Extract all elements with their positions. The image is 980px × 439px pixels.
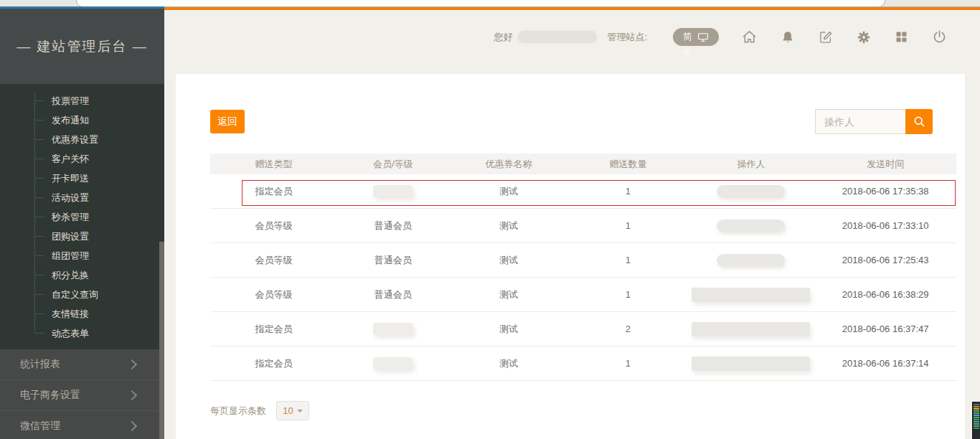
chevron-right-icon bbox=[127, 359, 137, 369]
main-panel: 返回 赠送类型会员/等级优惠券名称赠送数量操作人发送时间 指定会员测试12018… bbox=[176, 74, 965, 439]
cell-operator bbox=[688, 243, 815, 278]
sidebar-menu-wrap: 投票管理发布通知优惠券设置客户关怀开卡即送活动设置秒杀管理团购设置组团管理积分兑… bbox=[0, 84, 164, 351]
top-header: 您好 管理站点: 简 体 bbox=[164, 6, 980, 74]
cell-member-level bbox=[337, 312, 449, 346]
redacted-text bbox=[373, 357, 413, 369]
toolbar: 返回 bbox=[210, 109, 956, 134]
sidebar-menu-item[interactable]: 优惠券设置 bbox=[0, 130, 164, 149]
sidebar-menu-item[interactable]: 自定义查询 bbox=[0, 285, 164, 304]
monitor-icon bbox=[697, 32, 709, 42]
table-row: 指定会员测试22018-06-06 16:37:47 bbox=[210, 312, 956, 346]
cell-coupon-name: 测试 bbox=[449, 278, 568, 312]
cell-coupon-name: 测试 bbox=[449, 312, 568, 346]
gear-icon[interactable] bbox=[844, 23, 882, 52]
cell-coupon-name: 测试 bbox=[449, 243, 568, 278]
sidebar-scrollbar[interactable] bbox=[159, 242, 164, 439]
sidebar-menu-item[interactable]: 团购设置 bbox=[0, 227, 164, 246]
sidebar-section[interactable]: 统计报表 bbox=[0, 349, 164, 380]
page-size-select[interactable]: 10 bbox=[276, 401, 309, 420]
sidebar-section[interactable]: 微信管理 bbox=[0, 411, 164, 439]
cell-gift-type: 会员等级 bbox=[210, 278, 337, 312]
widget-stripe bbox=[974, 406, 979, 407]
widget-stripe bbox=[974, 425, 979, 427]
corner-extension-widget bbox=[972, 402, 980, 439]
sidebar-menu-item[interactable]: 积分兑换 bbox=[0, 265, 164, 285]
back-button[interactable]: 返回 bbox=[210, 110, 245, 133]
widget-stripe bbox=[974, 408, 979, 410]
home-icon[interactable] bbox=[730, 23, 768, 52]
power-icon[interactable] bbox=[920, 23, 958, 52]
sidebar-menu: 投票管理发布通知优惠券设置客户关怀开卡即送活动设置秒杀管理团购设置组团管理积分兑… bbox=[0, 91, 164, 343]
sidebar-menu-item[interactable]: 投票管理 bbox=[0, 91, 164, 110]
sidebar-section-label: 电子商务设置 bbox=[20, 389, 80, 402]
cell-coupon-name: 测试 bbox=[449, 174, 568, 209]
search-button[interactable] bbox=[905, 109, 933, 134]
cell-gift-type: 会员等级 bbox=[210, 209, 337, 243]
table-wrap: 赠送类型会员/等级优惠券名称赠送数量操作人发送时间 指定会员测试12018-06… bbox=[210, 154, 956, 381]
column-header: 优惠券名称 bbox=[449, 154, 568, 174]
cell-member-level bbox=[337, 174, 449, 209]
cell-send-time: 2018-06-06 16:37:47 bbox=[814, 312, 956, 346]
sidebar-section-label: 微信管理 bbox=[20, 420, 60, 433]
sidebar-menu-item[interactable]: 活动设置 bbox=[0, 188, 164, 207]
table-row: 指定会员测试12018-06-06 16:37:14 bbox=[210, 346, 956, 381]
cell-member-level bbox=[337, 346, 449, 381]
redacted-text bbox=[717, 220, 785, 232]
redacted-text bbox=[373, 323, 413, 335]
sidebar-section[interactable]: 电子商务设置 bbox=[0, 380, 164, 411]
search-group bbox=[815, 109, 933, 134]
sidebar-section-label: 统计报表 bbox=[20, 358, 60, 371]
table-row: 会员等级普通会员测试12018-06-06 17:33:10 bbox=[210, 209, 956, 243]
cell-operator bbox=[688, 278, 815, 312]
edit-icon[interactable] bbox=[806, 23, 844, 52]
redacted-text bbox=[692, 322, 810, 336]
cell-coupon-name: 测试 bbox=[449, 346, 568, 381]
table-header: 赠送类型会员/等级优惠券名称赠送数量操作人发送时间 bbox=[210, 154, 956, 174]
chevron-right-icon bbox=[127, 421, 137, 431]
header-content: 您好 管理站点: 简 体 bbox=[164, 10, 980, 64]
widget-stripe bbox=[974, 428, 979, 429]
cell-member-level: 普通会员 bbox=[337, 278, 449, 312]
pagination: 每页显示条数 10 bbox=[210, 401, 956, 420]
header-icons bbox=[730, 23, 958, 52]
sidebar-menu-item[interactable]: 友情链接 bbox=[0, 304, 164, 324]
widget-stripe bbox=[974, 410, 979, 412]
redacted-text bbox=[692, 357, 810, 371]
language-char-wrapped: 体 bbox=[682, 47, 691, 59]
bell-icon[interactable] bbox=[768, 23, 806, 52]
cell-operator bbox=[688, 174, 815, 209]
cell-send-time: 2018-06-06 17:33:10 bbox=[814, 209, 956, 243]
cell-coupon-name: 测试 bbox=[449, 209, 568, 243]
redacted-text bbox=[373, 185, 413, 197]
cell-operator bbox=[688, 312, 815, 346]
cell-send-time: 2018-06-06 16:37:14 bbox=[814, 346, 956, 381]
cell-send-time: 2018-06-06 17:25:43 bbox=[814, 243, 956, 278]
cell-member-level: 普通会员 bbox=[337, 243, 449, 278]
cell-operator bbox=[688, 346, 815, 381]
sidebar-menu-item[interactable]: 组团管理 bbox=[0, 246, 164, 265]
search-input[interactable] bbox=[815, 109, 905, 134]
cell-operator bbox=[688, 209, 815, 243]
greeting-label: 您好 bbox=[494, 31, 512, 44]
widget-stripe bbox=[974, 419, 979, 420]
search-icon bbox=[912, 114, 927, 129]
screen: — 建站管理后台 — 投票管理发布通知优惠券设置客户关怀开卡即送活动设置秒杀管理… bbox=[0, 0, 980, 439]
sidebar-menu-item[interactable]: 秒杀管理 bbox=[0, 207, 164, 227]
sidebar-menu-item[interactable]: 客户关怀 bbox=[0, 149, 164, 169]
cell-gift-type: 指定会员 bbox=[210, 346, 337, 381]
sidebar-menu-item[interactable]: 动态表单 bbox=[0, 324, 164, 343]
language-pill[interactable]: 简 bbox=[673, 28, 719, 46]
table-row: 会员等级普通会员测试12018-06-06 17:25:43 bbox=[210, 243, 956, 278]
apps-icon[interactable] bbox=[882, 23, 920, 52]
site-label: 管理站点: bbox=[607, 31, 647, 44]
widget-stripe bbox=[974, 417, 979, 418]
column-header: 发送时间 bbox=[814, 154, 956, 174]
sidebar-sections: 统计报表电子商务设置微信管理 bbox=[0, 349, 164, 439]
cell-send-time: 2018-06-06 17:35:38 bbox=[814, 174, 956, 209]
sidebar-menu-item[interactable]: 开卡即送 bbox=[0, 169, 164, 188]
redacted-text bbox=[717, 254, 785, 267]
sidebar-menu-item[interactable]: 发布通知 bbox=[0, 110, 164, 130]
widget-stripe bbox=[974, 412, 979, 414]
app-title: — 建站管理后台 — bbox=[17, 37, 148, 56]
cell-quantity: 1 bbox=[568, 209, 687, 243]
